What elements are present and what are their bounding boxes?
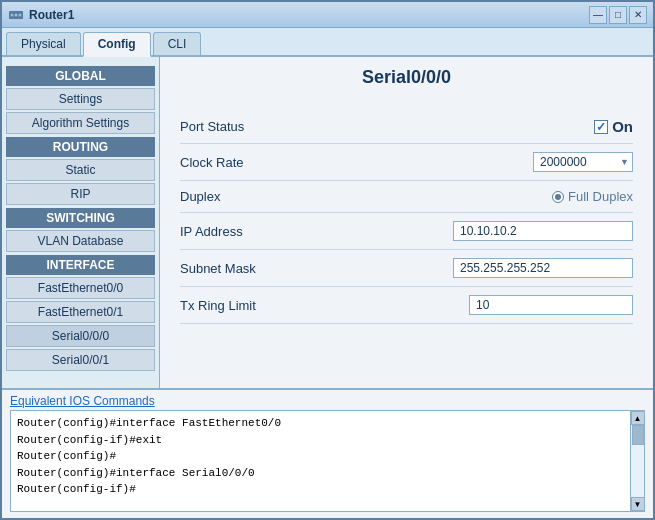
sidebar-item-serial000[interactable]: Serial0/0/0 bbox=[6, 325, 155, 347]
sidebar-item-static[interactable]: Static bbox=[6, 159, 155, 181]
subnet-mask-value bbox=[340, 258, 633, 278]
scroll-track bbox=[631, 425, 644, 497]
port-status-value: ✓ On bbox=[340, 118, 633, 135]
console-scrollbar: ▲ ▼ bbox=[630, 411, 644, 511]
tab-physical[interactable]: Physical bbox=[6, 32, 81, 55]
clock-rate-select[interactable]: 64000 128000 256000 512000 1000000 20000… bbox=[533, 152, 633, 172]
panel-title: Serial0/0/0 bbox=[180, 67, 633, 94]
sidebar-item-settings[interactable]: Settings bbox=[6, 88, 155, 110]
port-status-label: Port Status bbox=[180, 119, 340, 134]
sidebar-item-vlan-database[interactable]: VLAN Database bbox=[6, 230, 155, 252]
subnet-mask-input[interactable] bbox=[453, 258, 633, 278]
port-status-row: Port Status ✓ On bbox=[180, 110, 633, 144]
port-status-checkbox[interactable]: ✓ bbox=[594, 120, 608, 134]
tabs-bar: Physical Config CLI bbox=[2, 28, 653, 57]
duplex-value: Full Duplex bbox=[340, 189, 633, 204]
svg-point-1 bbox=[11, 13, 14, 16]
clock-rate-label: Clock Rate bbox=[180, 155, 340, 170]
bottom-section: Equivalent IOS Commands Router(config)#i… bbox=[2, 388, 653, 518]
port-status-text: On bbox=[612, 118, 633, 135]
equivalent-ios-label: Equivalent IOS Commands bbox=[2, 390, 653, 410]
duplex-row: Duplex Full Duplex bbox=[180, 181, 633, 213]
maximize-button[interactable]: □ bbox=[609, 6, 627, 24]
duplex-label: Duplex bbox=[180, 189, 340, 204]
console-text: Router(config)#interface FastEthernet0/0… bbox=[11, 411, 630, 511]
sidebar-item-fastethernet01[interactable]: FastEthernet0/1 bbox=[6, 301, 155, 323]
title-bar-left: Router1 bbox=[8, 7, 74, 23]
duplex-radio-label: Full Duplex bbox=[552, 189, 633, 204]
duplex-radio[interactable] bbox=[552, 191, 564, 203]
main-content: GLOBAL Settings Algorithm Settings ROUTI… bbox=[2, 57, 653, 388]
subnet-mask-label: Subnet Mask bbox=[180, 261, 340, 276]
clock-rate-row: Clock Rate 64000 128000 256000 512000 10… bbox=[180, 144, 633, 181]
sidebar-section-switching: SWITCHING bbox=[6, 208, 155, 228]
sidebar-section-routing: ROUTING bbox=[6, 137, 155, 157]
sidebar-item-rip[interactable]: RIP bbox=[6, 183, 155, 205]
sidebar-section-interface: INTERFACE bbox=[6, 255, 155, 275]
router-icon bbox=[8, 7, 24, 23]
tx-ring-limit-value bbox=[340, 295, 633, 315]
tx-ring-limit-row: Tx Ring Limit bbox=[180, 287, 633, 324]
minimize-button[interactable]: — bbox=[589, 6, 607, 24]
sidebar-item-serial001[interactable]: Serial0/0/1 bbox=[6, 349, 155, 371]
close-button[interactable]: ✕ bbox=[629, 6, 647, 24]
sidebar: GLOBAL Settings Algorithm Settings ROUTI… bbox=[2, 57, 160, 388]
config-panel: Serial0/0/0 Port Status ✓ On Clock Rate bbox=[160, 57, 653, 388]
ip-address-row: IP Address bbox=[180, 213, 633, 250]
duplex-text: Full Duplex bbox=[568, 189, 633, 204]
main-window: Router1 — □ ✕ Physical Config CLI GLOBAL… bbox=[0, 0, 655, 520]
subnet-mask-row: Subnet Mask bbox=[180, 250, 633, 287]
clock-rate-value: 64000 128000 256000 512000 1000000 20000… bbox=[340, 152, 633, 172]
status-on-container: ✓ On bbox=[594, 118, 633, 135]
title-bar: Router1 — □ ✕ bbox=[2, 2, 653, 28]
sidebar-item-fastethernet00[interactable]: FastEthernet0/0 bbox=[6, 277, 155, 299]
svg-point-2 bbox=[15, 13, 18, 16]
clock-rate-select-wrapper: 64000 128000 256000 512000 1000000 20000… bbox=[533, 152, 633, 172]
tx-ring-limit-input[interactable] bbox=[469, 295, 633, 315]
svg-point-3 bbox=[19, 13, 22, 16]
tx-ring-limit-label: Tx Ring Limit bbox=[180, 298, 340, 313]
window-title: Router1 bbox=[29, 8, 74, 22]
ip-address-value bbox=[340, 221, 633, 241]
scroll-down-button[interactable]: ▼ bbox=[631, 497, 645, 511]
ip-address-label: IP Address bbox=[180, 224, 340, 239]
tab-config[interactable]: Config bbox=[83, 32, 151, 57]
console-area: Router(config)#interface FastEthernet0/0… bbox=[10, 410, 645, 512]
scroll-thumb[interactable] bbox=[632, 425, 644, 445]
scroll-up-button[interactable]: ▲ bbox=[631, 411, 645, 425]
sidebar-item-algorithm-settings[interactable]: Algorithm Settings bbox=[6, 112, 155, 134]
title-controls: — □ ✕ bbox=[589, 6, 647, 24]
sidebar-section-global: GLOBAL bbox=[6, 66, 155, 86]
tab-cli[interactable]: CLI bbox=[153, 32, 202, 55]
ip-address-input[interactable] bbox=[453, 221, 633, 241]
